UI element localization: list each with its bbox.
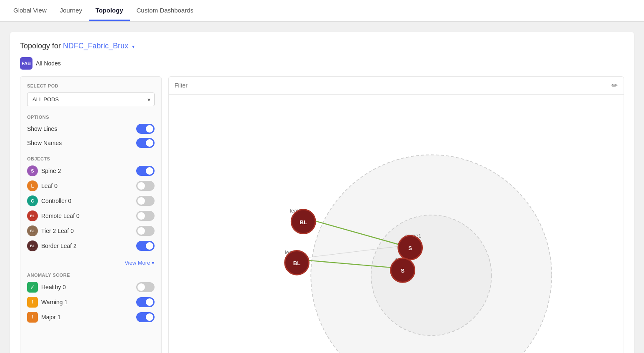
tier2-leaf-icon: SL bbox=[27, 225, 38, 236]
nav-item-journey[interactable]: Journey bbox=[53, 1, 89, 21]
remote-leaf-label: Remote Leaf 0 bbox=[41, 213, 80, 219]
controller-label: Controller 0 bbox=[41, 198, 71, 204]
all-nodes-badge: FAB All Nodes bbox=[20, 57, 624, 70]
pod-select-wrapper: ALL PODS ▾ bbox=[27, 93, 155, 106]
topology-canvas-area: ✏ bbox=[168, 76, 624, 353]
anomaly-label: ANOMALY SCORE bbox=[27, 273, 155, 278]
spine-icon: S bbox=[27, 165, 38, 176]
remote-leaf-toggle[interactable] bbox=[136, 211, 155, 221]
top-navigation: Global View Journey Topology Custom Dash… bbox=[0, 0, 644, 22]
object-row-border-leaf: BL Border Leaf 2 bbox=[27, 240, 155, 251]
remote-leaf-icon: RL bbox=[27, 210, 38, 221]
fab-icon: FAB bbox=[20, 57, 32, 70]
leaf-icon: L bbox=[27, 180, 38, 191]
fabric-dropdown-arrow[interactable]: ▾ bbox=[132, 44, 135, 50]
warning-toggle[interactable] bbox=[136, 297, 155, 307]
objects-label: OBJECTS bbox=[27, 156, 155, 161]
select-pod-label: SELECT POD bbox=[27, 83, 155, 88]
fabric-name-link[interactable]: NDFC_Fabric_Brux bbox=[63, 42, 128, 50]
object-row-tier2-leaf: SL Tier 2 Leaf 0 bbox=[27, 225, 155, 236]
topology-header: Topology for NDFC_Fabric_Brux ▾ bbox=[20, 42, 624, 50]
anomaly-section: ANOMALY SCORE ✓ Healthy 0 bbox=[27, 273, 155, 323]
node-leaf1-text: BL bbox=[293, 260, 301, 266]
controller-toggle[interactable] bbox=[136, 196, 155, 206]
anomaly-row-healthy: ✓ Healthy 0 bbox=[27, 282, 155, 293]
warning-label: Warning 1 bbox=[41, 299, 67, 305]
page-title: Topology for NDFC_Fabric_Brux ▾ bbox=[20, 42, 135, 50]
main-content: Topology for NDFC_Fabric_Brux ▾ FAB All … bbox=[0, 22, 644, 353]
pod-select[interactable]: ALL PODS bbox=[27, 93, 155, 106]
controller-icon: C bbox=[27, 195, 38, 206]
topology-card: Topology for NDFC_Fabric_Brux ▾ FAB All … bbox=[10, 32, 634, 353]
nav-item-custom-dashboards[interactable]: Custom Dashboards bbox=[130, 1, 200, 21]
healthy-toggle[interactable] bbox=[136, 282, 155, 292]
option-show-names: Show Names bbox=[27, 138, 155, 148]
node-spine2-text: S bbox=[401, 268, 404, 274]
border-leaf-icon: BL bbox=[27, 240, 38, 251]
nav-item-topology[interactable]: Topology bbox=[89, 1, 130, 21]
anomaly-row-warning: ! Warning 1 bbox=[27, 297, 155, 308]
major-label: Major 1 bbox=[41, 314, 61, 320]
leaf-label: Leaf 0 bbox=[41, 183, 57, 189]
view-more-button[interactable]: View More ▾ bbox=[27, 260, 155, 266]
objects-section: OBJECTS S Spine 2 bbox=[27, 156, 155, 251]
object-row-spine: S Spine 2 bbox=[27, 165, 155, 176]
object-row-leaf: L Leaf 0 bbox=[27, 180, 155, 191]
filter-input[interactable] bbox=[175, 82, 612, 89]
healthy-icon: ✓ bbox=[27, 282, 38, 293]
show-lines-toggle[interactable] bbox=[136, 124, 155, 134]
show-names-toggle[interactable] bbox=[136, 138, 155, 148]
nav-item-global-view[interactable]: Global View bbox=[7, 1, 53, 21]
border-leaf-label: Border Leaf 2 bbox=[41, 243, 77, 249]
topology-svg: leaf2 spine1 leaf1 spine2 BL S BL bbox=[169, 95, 624, 353]
border-leaf-toggle[interactable] bbox=[136, 241, 155, 251]
tier2-leaf-toggle[interactable] bbox=[136, 226, 155, 236]
topology-body: SELECT POD ALL PODS ▾ OPTIONS Show Lines bbox=[20, 76, 624, 353]
spine-label: Spine 2 bbox=[41, 168, 61, 174]
show-lines-label: Show Lines bbox=[27, 125, 57, 132]
major-icon: ! bbox=[27, 312, 38, 323]
healthy-label: Healthy 0 bbox=[41, 284, 66, 290]
options-label: OPTIONS bbox=[27, 115, 155, 120]
spine-toggle[interactable] bbox=[136, 166, 155, 176]
major-toggle[interactable] bbox=[136, 312, 155, 322]
filter-edit-icon[interactable]: ✏ bbox=[612, 81, 618, 90]
sidebar: SELECT POD ALL PODS ▾ OPTIONS Show Lines bbox=[20, 76, 162, 353]
inner-circle bbox=[371, 215, 492, 335]
show-names-label: Show Names bbox=[27, 140, 62, 146]
node-spine1-text: S bbox=[408, 245, 412, 251]
all-nodes-label: All Nodes bbox=[36, 60, 61, 67]
options-section: OPTIONS Show Lines Show Names bbox=[27, 115, 155, 148]
node-leaf2-text: BL bbox=[300, 219, 307, 225]
select-pod-section: SELECT POD ALL PODS ▾ bbox=[27, 83, 155, 106]
object-row-controller: C Controller 0 bbox=[27, 195, 155, 206]
warning-icon: ! bbox=[27, 297, 38, 308]
topology-canvas: leaf2 spine1 leaf1 spine2 BL S BL bbox=[169, 95, 624, 353]
filter-bar: ✏ bbox=[169, 77, 624, 95]
object-row-remote-leaf: RL Remote Leaf 0 bbox=[27, 210, 155, 221]
option-show-lines: Show Lines bbox=[27, 124, 155, 134]
anomaly-row-major: ! Major 1 bbox=[27, 312, 155, 323]
leaf-toggle[interactable] bbox=[136, 181, 155, 191]
tier2-leaf-label: Tier 2 Leaf 0 bbox=[41, 228, 74, 234]
